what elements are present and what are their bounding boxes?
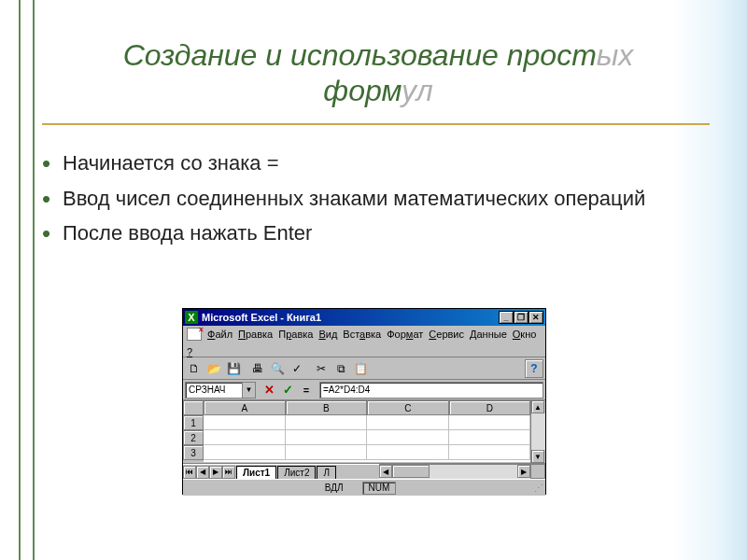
menu-data[interactable]: Данные (470, 329, 507, 340)
name-box-value: СРЗНАЧ (189, 385, 226, 395)
formula-cancel-icon[interactable]: ✕ (261, 382, 277, 399)
sheet-tab[interactable]: Л (317, 466, 336, 479)
menu-tools[interactable]: Сервис (429, 329, 464, 340)
title-line1: Создание и использование прост (123, 38, 597, 72)
horizontal-scrollbar[interactable]: ◀ ▶ (379, 464, 530, 479)
bullet-item: Ввод чисел соединенных знаками математич… (42, 185, 719, 213)
copy-icon[interactable]: ⧉ (331, 359, 350, 378)
excel-window: X Microsoft Excel - Книга1 _ ❐ ✕ Файл Пр… (182, 308, 546, 495)
scroll-thumb[interactable] (392, 465, 430, 478)
bullet-item: Начинается со знака = (42, 149, 719, 177)
slide-title: Создание и использование простых формул (47, 37, 710, 109)
formula-edit-icon[interactable]: = (298, 382, 315, 399)
scroll-right-icon[interactable]: ▶ (517, 465, 530, 478)
name-box-dropdown-icon[interactable]: ▼ (242, 383, 255, 398)
vertical-rule-1 (19, 0, 21, 560)
tab-nav-prev-icon[interactable]: ◀ (196, 466, 209, 479)
vertical-scrollbar[interactable]: ▲ ▼ (530, 400, 545, 463)
row-header[interactable]: 1 (183, 415, 204, 430)
status-bar: ВДЛ NUM ⋰ (183, 479, 545, 496)
resize-grip-icon[interactable]: ⋰ (534, 483, 542, 493)
column-headers: A B C D (204, 400, 530, 415)
title-line1-suffix: ых (597, 38, 634, 72)
spreadsheet-grid: 1 2 3 A B C D ▲ ▼ (183, 400, 545, 464)
name-box[interactable]: СРЗНАЧ ▼ (185, 382, 256, 399)
scroll-corner (530, 464, 545, 479)
column-header[interactable]: B (286, 400, 368, 415)
bullet-list: Начинается со знака = Ввод чисел соедине… (42, 149, 719, 255)
menu-insert[interactable]: Вставка (343, 329, 381, 340)
paste-icon[interactable]: 📋 (351, 359, 370, 378)
save-icon[interactable]: 💾 (224, 359, 243, 378)
cut-icon[interactable]: ✂ (312, 359, 331, 378)
menu-edit2[interactable]: Правка (278, 329, 313, 340)
menu-edit[interactable]: Правка (238, 329, 273, 340)
maximize-button[interactable]: ❐ (514, 311, 529, 324)
formula-enter-icon[interactable]: ✓ (279, 382, 296, 399)
sheet-tab[interactable]: Лист2 (277, 466, 316, 479)
tab-nav-first-icon[interactable]: ⏮ (183, 466, 196, 479)
sheet-tab[interactable]: Лист1 (236, 466, 276, 479)
row-header[interactable]: 2 (183, 430, 204, 445)
close-button[interactable]: ✕ (529, 311, 543, 324)
document-icon[interactable] (187, 328, 202, 341)
tab-nav-next-icon[interactable]: ▶ (209, 466, 222, 479)
menu-view[interactable]: Вид (318, 329, 337, 340)
cells-area[interactable] (204, 415, 530, 462)
column-header[interactable]: D (449, 400, 531, 415)
title-line2-suffix: ул (402, 74, 433, 107)
formula-input[interactable]: =A2*D4:D4 (319, 382, 543, 399)
new-icon[interactable]: 🗋 (185, 359, 204, 378)
menu-format[interactable]: Формат (387, 329, 423, 340)
scroll-up-icon[interactable]: ▲ (531, 400, 544, 413)
vertical-rule-2 (33, 0, 35, 560)
formula-value: =A2*D4:D4 (323, 385, 370, 395)
print-icon[interactable]: 🖶 (248, 359, 267, 378)
formula-bar: СРЗНАЧ ▼ ✕ ✓ = =A2*D4:D4 (183, 380, 545, 400)
menu-bar: Файл Правка Правка Вид Вставка Формат Се… (183, 326, 545, 357)
spell-icon[interactable]: ✓ (288, 359, 306, 378)
tab-nav-last-icon[interactable]: ⏭ (222, 466, 235, 479)
status-numlock: NUM (362, 482, 397, 495)
column-header[interactable]: C (367, 400, 449, 415)
row-headers: 1 2 3 (183, 400, 204, 463)
window-titlebar[interactable]: X Microsoft Excel - Книга1 _ ❐ ✕ (183, 309, 545, 326)
title-underline (42, 123, 710, 125)
help-icon[interactable]: ? (525, 359, 543, 378)
excel-app-icon: X (185, 311, 198, 324)
select-all-corner[interactable] (183, 400, 204, 415)
row-header[interactable]: 3 (183, 445, 204, 460)
open-icon[interactable]: 📂 (204, 359, 223, 378)
sheet-tabs: ⏮ ◀ ▶ ⏭ Лист1 Лист2 Л (183, 464, 379, 479)
title-line2: форм (323, 74, 402, 107)
menu-file[interactable]: Файл (207, 329, 233, 340)
menu-window[interactable]: Окно (513, 329, 537, 340)
status-mode: ВДЛ (325, 483, 344, 493)
preview-icon[interactable]: 🔍 (268, 359, 287, 378)
window-title: Microsoft Excel - Книга1 (202, 312, 499, 323)
menu-help[interactable]: ? (187, 346, 192, 357)
standard-toolbar: 🗋 📂 💾 🖶 🔍 ✓ ✂ ⧉ 📋 ? (183, 357, 545, 380)
bullet-item: После ввода нажать Enter (42, 219, 719, 247)
scroll-left-icon[interactable]: ◀ (379, 465, 392, 478)
minimize-button[interactable]: _ (499, 311, 514, 324)
column-header[interactable]: A (204, 400, 286, 415)
scroll-down-icon[interactable]: ▼ (531, 450, 544, 463)
